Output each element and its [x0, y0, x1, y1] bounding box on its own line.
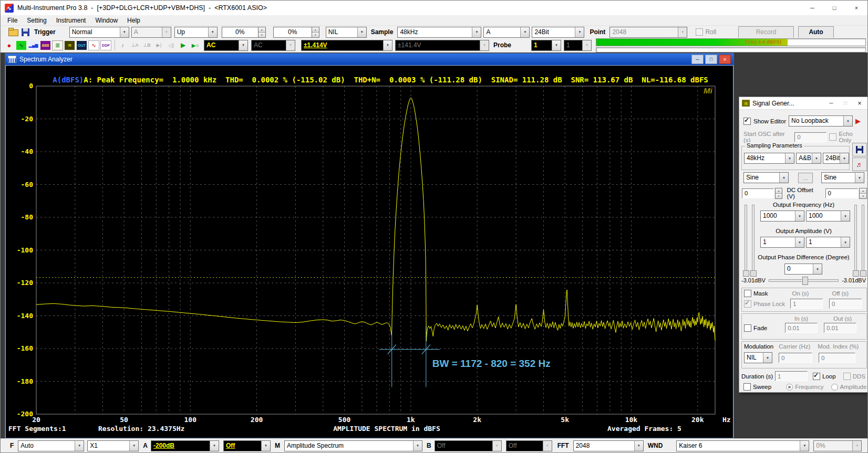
balance-slider[interactable]: [769, 279, 839, 282]
spectrum-analyzer-icon[interactable]: ▂▄▆: [28, 40, 39, 50]
amplitude-b-select[interactable]: 1▼: [806, 237, 850, 248]
averaged-frames-label: Averaged Frames: 5: [607, 425, 681, 433]
amplitude-slider-b1[interactable]: [854, 205, 857, 275]
trigger-frequency-rejection-select[interactable]: NIL▼: [326, 27, 367, 38]
dc-offset-a-input[interactable]: 0: [742, 188, 774, 198]
signal-generator-icon: ≈: [742, 100, 750, 107]
oscilloscope-icon[interactable]: ∿: [16, 40, 27, 50]
menu-file[interactable]: File: [3, 16, 22, 25]
bit-depth-select[interactable]: 24Bit▼: [532, 27, 584, 38]
signal-generator-title-bar[interactable]: ≈ Signal Gener... ─ □ ×: [739, 97, 868, 110]
window-function-select[interactable]: Kaiser 6▼: [676, 440, 809, 451]
record-points-select: 2048▼: [609, 27, 687, 38]
sweep-frequency-radio: [786, 384, 793, 391]
spectrum-chart[interactable]: 0-20-40-60-80-100-120-140-160-180-200205…: [6, 77, 732, 436]
child-close-icon[interactable]: ×: [719, 55, 731, 64]
menu-window[interactable]: Window: [90, 16, 122, 25]
child-minimize-icon[interactable]: ─: [691, 55, 704, 64]
spectrum-analyzer-title-bar[interactable]: Spectrum Analyzer ─ □ ×: [5, 54, 733, 65]
display-mode-select[interactable]: Amplitude Spectrum▼: [284, 440, 422, 451]
spin-up-icon[interactable]: ▲: [312, 27, 319, 33]
menu-help[interactable]: Help: [122, 16, 145, 25]
chevron-down-icon: ▼: [75, 441, 84, 451]
waveform-a-select[interactable]: Sine▼: [743, 172, 789, 183]
freq-axis-select[interactable]: Auto▼: [18, 440, 84, 451]
show-editor-checkbox[interactable]: [743, 118, 751, 125]
range-a-display-select[interactable]: -200dB▼: [151, 440, 219, 451]
phase-difference-select[interactable]: 0▼: [784, 264, 822, 275]
save-file-icon[interactable]: [20, 27, 31, 37]
spin-down-icon[interactable]: ▼: [259, 33, 265, 37]
loopback-select[interactable]: No Loopback▼: [789, 115, 853, 127]
trigger-edge-select[interactable]: Up▼: [174, 27, 218, 38]
spin-down-icon[interactable]: ▼: [776, 194, 782, 198]
signal-generator-body: Show Editor No Loopback▼ ▶ Start OSC aft…: [739, 109, 868, 392]
sg-save-button[interactable]: [852, 143, 867, 156]
fade-label: Fade: [753, 325, 767, 331]
fft-size-select[interactable]: 2048▼: [573, 440, 644, 451]
amplitude-slider-a2[interactable]: [752, 205, 755, 275]
signal-generator-title: Signal Gener...: [752, 100, 794, 107]
auto-button[interactable]: Auto: [798, 26, 834, 38]
spin-up-icon[interactable]: ▲: [776, 188, 782, 194]
trigger-mode-select[interactable]: Normal▼: [69, 27, 129, 38]
sg-bits-select[interactable]: 24Bit▼: [823, 153, 849, 164]
sg-minimize-icon[interactable]: ─: [825, 99, 837, 108]
record-icon[interactable]: ●: [4, 40, 15, 50]
spin-up-icon[interactable]: ▲: [259, 27, 265, 33]
close-icon[interactable]: ×: [845, 1, 867, 15]
coupling-a-select[interactable]: AC▼: [204, 40, 248, 51]
spin-up-icon[interactable]: ▲: [860, 188, 866, 194]
amplitude-slider-b2[interactable]: [862, 205, 864, 275]
offset-a-select[interactable]: Off▼: [223, 440, 271, 451]
menu-setting[interactable]: Setting: [22, 16, 51, 25]
run-loop-icon[interactable]: ▶○: [190, 40, 201, 50]
multimeter-icon[interactable]: 888: [40, 40, 51, 50]
device-test-plan-icon[interactable]: ≣: [52, 40, 63, 50]
open-file-icon[interactable]: [8, 27, 19, 37]
sg-channels-select[interactable]: A&B▼: [796, 153, 821, 164]
freq-axis-label: F: [10, 442, 14, 449]
sg-sample-rate-select[interactable]: 48kHz▼: [744, 153, 794, 164]
amplitude-slider-a1[interactable]: [745, 205, 747, 275]
loop-checkbox[interactable]: [813, 373, 820, 380]
frequency-b-select[interactable]: 1000▼: [806, 210, 850, 222]
sg-close-icon[interactable]: ×: [854, 99, 865, 108]
ddp-viewer-icon[interactable]: DDP: [100, 40, 111, 50]
trigger-delay-spinner[interactable]: 0% ▲▼: [273, 27, 319, 38]
carrier-label: Carrier (Hz): [779, 343, 810, 350]
signal-generator-icon[interactable]: ≈: [64, 40, 75, 50]
probe-a-select[interactable]: 1▼: [531, 40, 561, 51]
sg-run-icon[interactable]: ▶: [855, 117, 861, 125]
unit-b-icon: ⊥B: [141, 40, 152, 50]
dc-offset-b-input[interactable]: 0: [825, 188, 859, 198]
sample-channel-select[interactable]: A▼: [483, 27, 530, 38]
trigger-level-spinner[interactable]: 0% ▲▼: [222, 27, 266, 38]
range-a-select[interactable]: ±1.414V▼: [301, 40, 392, 51]
spin-down-icon[interactable]: ▼: [860, 194, 866, 198]
modulation-type-select[interactable]: NIL▼: [744, 352, 772, 363]
derived-data-icon[interactable]: OUT: [76, 40, 87, 50]
roll-checkbox: [696, 28, 703, 36]
sg-music-button[interactable]: ♬: [852, 157, 867, 171]
fade-out-input: 0.01: [824, 323, 856, 333]
x-tick-label: 500: [338, 416, 351, 424]
fade-checkbox[interactable]: [744, 324, 751, 332]
spin-down-icon[interactable]: ▼: [312, 33, 319, 37]
data-logger-icon[interactable]: ∿: [88, 40, 99, 50]
mask-checkbox[interactable]: [744, 290, 751, 297]
frequency-a-select[interactable]: 1000▼: [760, 210, 804, 222]
waveform-b-select[interactable]: Sine▼: [821, 172, 864, 183]
sample-rate-select[interactable]: 48kHz▼: [397, 27, 481, 38]
child-maximize-icon[interactable]: □: [705, 55, 717, 64]
menu-instrument[interactable]: Instrument: [51, 16, 91, 25]
amplitude-a-select[interactable]: 1▼: [760, 237, 804, 248]
maximize-icon[interactable]: □: [823, 1, 845, 15]
wave-library-button[interactable]: ...: [798, 173, 813, 183]
instrument-toolbar: ● ∿ ▂▄▆ 888 ≣ ≈ OUT ∿ DDP ♪ ⊥A ⊥B ▶) ◁) …: [1, 38, 867, 53]
minimize-icon[interactable]: ─: [801, 1, 823, 15]
sweep-checkbox[interactable]: [743, 383, 751, 391]
zoom-select[interactable]: X1▼: [87, 440, 139, 451]
sampling-parameters-group: Sampling Parameters 48kHz▼ A&B▼ 24Bit▼: [741, 146, 850, 170]
run-icon[interactable]: ▶: [178, 40, 189, 50]
